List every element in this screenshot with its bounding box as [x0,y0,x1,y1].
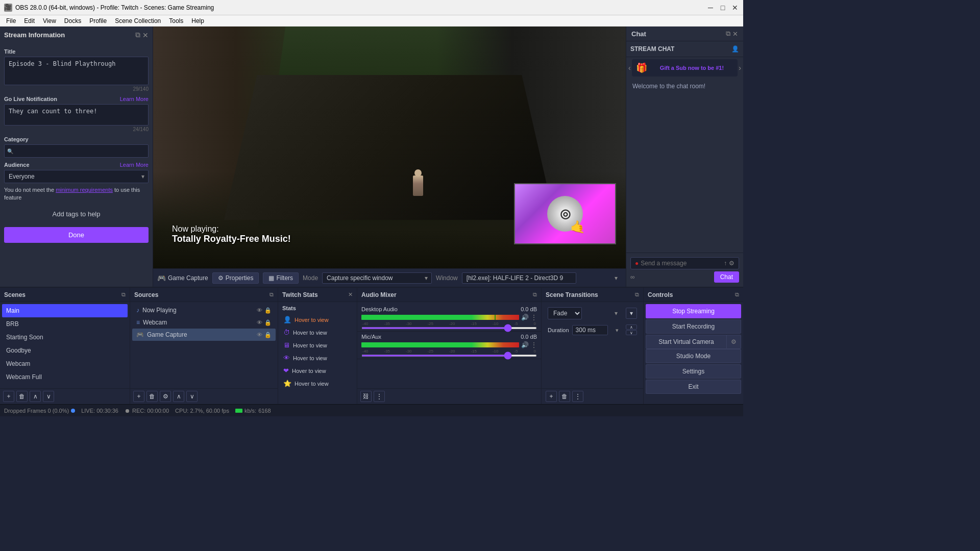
filters-button[interactable]: ▦ Filters [263,272,299,284]
chat-button[interactable]: Chat [714,271,739,283]
stat-item-0[interactable]: 👤 Hover to view [279,313,356,326]
minimum-requirements-link[interactable]: minimum requirements [56,187,113,193]
done-button[interactable]: Done [4,227,149,243]
stream-info-panel: Stream Information ⧉ ✕ Title Episode 3 -… [0,27,153,287]
menu-profile[interactable]: Profile [85,16,111,26]
scene-transitions-options-button[interactable]: ⧉ [635,291,639,298]
sources-remove-button[interactable]: 🗑 [146,391,158,402]
menu-file[interactable]: File [2,16,20,26]
transition-add-button[interactable]: + [546,391,557,402]
duration-up-button[interactable]: ∧ [626,324,637,330]
chat-settings-button[interactable]: ⚙ [729,260,734,267]
audio-mixer-more-button[interactable]: ⋮ [374,391,385,402]
panel-pop-out-button[interactable]: ⧉ [135,31,140,39]
window-select[interactable]: [hl2.exe]: HALF-LIFE 2 - Direct3D 9 [462,272,576,284]
source-item-webcam[interactable]: ≡ Webcam 👁 🔒 [132,316,276,329]
audio-mixer-options-button[interactable]: ⧉ [533,291,537,298]
desktop-audio-more-button[interactable]: ⋮ [531,314,537,321]
mic-aux-slider[interactable] [361,355,537,357]
category-input-wrap: 🔍 Half-Life 2: Episode Three [4,144,149,158]
stat-item-5[interactable]: ⭐ Hover to view [279,377,356,390]
chat-message-input[interactable] [641,260,722,267]
menu-tools[interactable]: Tools [165,16,187,26]
desktop-audio-mute-button[interactable]: 🔊 [521,314,529,321]
sources-down-button[interactable]: ∨ [186,391,198,402]
menu-help[interactable]: Help [187,16,208,26]
menu-scene-collection[interactable]: Scene Collection [111,16,165,26]
twitch-stats-close-button[interactable]: ✕ [348,291,353,298]
transition-more-button[interactable]: ⋮ [572,391,583,402]
stop-streaming-button[interactable]: Stop Streaming [646,304,741,318]
sources-up-button[interactable]: ∧ [173,391,184,402]
chat-close-button[interactable]: ✕ [732,30,738,38]
duration-down-button[interactable]: ∨ [626,330,637,335]
properties-button[interactable]: ⚙ Properties [212,272,259,284]
maximize-button[interactable]: □ [719,4,727,12]
scene-item-webcam[interactable]: Webcam [2,357,128,370]
menu-edit[interactable]: Edit [20,16,39,26]
scene-item-starting-soon[interactable]: Starting Soon [2,331,128,344]
gift-prev-button[interactable]: ‹ [628,64,631,72]
scene-item-brb[interactable]: BRB [2,317,128,331]
scene-item-main[interactable]: Main [2,304,128,317]
scenes-add-button[interactable]: + [3,391,14,402]
now-playing-lock-button[interactable]: 🔒 [264,307,272,314]
transition-settings-button[interactable]: ▾ [626,308,637,319]
chat-emoji-button[interactable]: ↑ [724,260,727,267]
gift-next-button[interactable]: › [739,64,741,72]
audience-select[interactable]: Everyone Mature [4,170,149,183]
virtual-camera-settings-button[interactable]: ⚙ [727,335,741,349]
rec-time-text: REC: 00:00:00 [132,408,169,414]
studio-mode-button[interactable]: Studio Mode [646,349,741,363]
scenes-remove-button[interactable]: 🗑 [16,391,28,402]
desktop-audio-slider[interactable] [361,327,537,329]
sources-panel-options-button[interactable]: ⧉ [270,291,274,298]
controls-options-button[interactable]: ⧉ [735,291,739,298]
transition-select[interactable]: Fade Cut Swipe Slide [548,307,582,319]
category-label: Category [4,136,149,142]
settings-button[interactable]: Settings [646,364,741,379]
mic-aux-more-button[interactable]: ⋮ [531,341,537,348]
source-item-game-capture[interactable]: 🎮 Game Capture 👁 🔒 [132,329,276,341]
scene-item-webcam-full[interactable]: Webcam Full [2,370,128,384]
scenes-down-button[interactable]: ∨ [43,391,54,402]
stat-item-3[interactable]: 👁 Hover to view [279,352,356,364]
duration-input[interactable]: 300 ms [572,325,608,335]
sources-settings-button[interactable]: ⚙ [160,391,171,402]
audience-learn-more[interactable]: Learn More [120,162,149,168]
preview-area: Now playing: Totally Royalty-Free Music!… [153,27,626,287]
start-recording-button[interactable]: Start Recording [646,319,741,334]
menu-docks[interactable]: Docks [60,16,85,26]
close-button[interactable]: ✕ [731,4,739,12]
now-playing-visibility-button[interactable]: 👁 [257,307,262,314]
minimize-button[interactable]: ─ [706,4,715,12]
mic-aux-mute-button[interactable]: 🔊 [521,341,529,348]
game-capture-lock-button[interactable]: 🔒 [264,332,272,338]
sources-add-button[interactable]: + [133,391,144,402]
scene-item-goodbye[interactable]: Goodbye [2,344,128,357]
menu-view[interactable]: View [39,16,60,26]
go-live-learn-more[interactable]: Learn More [120,96,149,102]
go-live-input[interactable]: They can count to three! [4,104,149,126]
panel-close-button[interactable]: ✕ [142,31,149,39]
stat-item-2[interactable]: 🖥 Hover to view [279,339,356,352]
scenes-up-button[interactable]: ∧ [30,391,41,402]
source-name: Game Capture [168,274,208,282]
title-input[interactable]: Episode 3 - Blind Playthrough [4,57,149,85]
game-capture-visibility-button[interactable]: 👁 [257,332,262,338]
chat-pop-out-button[interactable]: ⧉ [726,30,730,38]
desktop-audio-db: 0.0 dB [521,306,537,312]
scenes-panel-options-button[interactable]: ⧉ [121,291,126,298]
audio-mixer-link-button[interactable]: ⛓ [360,391,372,402]
category-input[interactable]: Half-Life 2: Episode Three [4,144,149,158]
mode-select[interactable]: Capture specific window Capture any full… [322,272,432,284]
webcam-lock-button[interactable]: 🔒 [264,319,272,326]
webcam-visibility-button[interactable]: 👁 [257,319,262,326]
transition-remove-button[interactable]: 🗑 [559,391,570,402]
stat-item-1[interactable]: ⏱ Hover to view [279,326,356,339]
mic-aux-db: 0.0 dB [521,334,537,340]
source-item-now-playing[interactable]: ♪ Now Playing 👁 🔒 [132,304,276,316]
start-virtual-camera-button[interactable]: Start Virtual Camera [646,335,727,349]
stat-item-4[interactable]: ❤ Hover to view [279,364,356,377]
exit-button[interactable]: Exit [646,380,741,394]
